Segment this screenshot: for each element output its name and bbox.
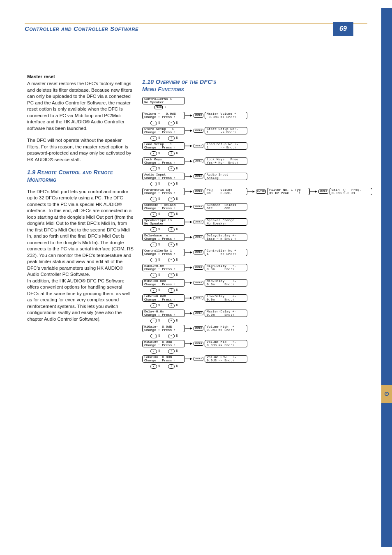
enter-button: ENTER [194, 159, 203, 163]
menu-node-left: HiDel=0.0m Change : Press ↿ [142, 264, 185, 271]
menu-node-left: Parametric EQ Change : Press ↿ [142, 188, 185, 195]
enter-button: ENTER [194, 205, 203, 209]
updown-icon: ⥮ [175, 258, 178, 261]
updown-icon: ⥮ [175, 273, 178, 277]
menu-node-left: Lock Keys Change : Press ↿ [142, 157, 185, 165]
menu-node-left: LoDel=0.0dB Change : Press ↿ [142, 294, 185, 302]
plus-button: + [168, 303, 175, 308]
section-heading-1-10: 1.10 Overview of the DFC's Menu Function… [142, 78, 228, 93]
plus-button: + [168, 288, 175, 293]
menu-row: Submode + Relais Change : Press ↿ ENTER … [142, 203, 372, 210]
menu-node-right: Store Setup No+- 1 -> End:↿ [205, 127, 247, 134]
plus-minus-nav: -⥮ +⥮ [142, 303, 372, 310]
minus-button: - [150, 243, 157, 247]
plus-button: + [168, 349, 175, 354]
plus-minus-nav: -⥮ +⥮ [142, 272, 372, 279]
svg-marker-33 [190, 327, 192, 329]
right-arrow-icon [185, 341, 192, 347]
enter-button: ENTER [194, 296, 203, 300]
menu-row: Delay=0.0m Change : Press ↿ ENTER Master… [142, 310, 372, 317]
svg-marker-37 [190, 358, 192, 360]
updown-icon: ⥮ [158, 151, 161, 155]
menu-node-right: Load Setup No +- 1 => End:↿ [205, 142, 247, 150]
enter-button: ENTER [194, 342, 203, 346]
menu-row: LoGain= 0.0dB Change : Press ↿ ENTER Vol… [142, 355, 372, 363]
right-arrow-icon [185, 265, 192, 271]
svg-marker-21 [190, 236, 192, 238]
right-arrow-icon [185, 189, 192, 194]
minus-button: - [150, 334, 157, 338]
enter-button: ENTER [194, 190, 203, 194]
updown-icon: ⥮ [175, 227, 178, 231]
plus-button: + [168, 243, 175, 247]
enter-button: ENTER [256, 190, 266, 194]
updown-icon: ⥮ [158, 182, 161, 185]
right-arrow-icon [185, 113, 192, 118]
right-arrow-icon [185, 128, 192, 134]
svg-marker-27 [190, 282, 192, 284]
updown-icon: ⥮ [175, 136, 178, 140]
plus-button: + [168, 319, 175, 323]
right-arrow-icon [185, 250, 192, 255]
right-arrow-icon [185, 234, 192, 240]
menu-row: Audio-Input Change : Press ↿ ENTER Audio… [142, 173, 372, 180]
menu-node-left: HiGain= 0.0dB Change : Press ↿ [142, 325, 185, 332]
menu-node-right: Master-Volume +- 0.0dB => End:↿ [205, 112, 247, 119]
updown-icon: ⥮ [158, 319, 161, 322]
right-column: 1.10 Overview of the DFC's Menu Function… [142, 74, 364, 98]
updown-icon: ⥮ [158, 258, 161, 261]
updown-icon: ⥮ [158, 166, 161, 170]
minus-button: - [150, 212, 157, 217]
menu-node-left: Submode + Relais Change : Press ↿ [142, 203, 185, 210]
menu-row: Delaybase m Change : Press ↿ ENTER Delay… [142, 234, 372, 241]
sidebar-strip [381, 8, 392, 547]
svg-marker-29 [190, 297, 192, 299]
plus-minus-nav: -⥮ +⥮ [142, 120, 372, 127]
menu-node-right: Volume Low +- 0.0dB => End:↿ [205, 355, 247, 363]
svg-marker-9 [190, 175, 192, 177]
svg-marker-7 [190, 160, 192, 162]
minus-button: - [150, 319, 157, 323]
updown-icon: ⥮ [158, 288, 161, 292]
minus-button: - [150, 182, 157, 186]
minus-button: - [150, 258, 157, 262]
menu-node-left: Speakertype is No Speaker [142, 218, 185, 226]
menu-node-left: Store Setup 1 Change : Press ↿ [142, 127, 185, 134]
menu-row: HiGain= 0.0dB Change : Press ↿ ENTER Vol… [142, 325, 372, 332]
menu-node-right: Submode Relais OFF OFF [205, 203, 247, 210]
plus-minus-nav: -⥮ +⥮ [142, 166, 372, 173]
menu-row: Speakertype is No Speaker ENTER Speaker … [142, 218, 372, 226]
right-arrow-icon [310, 189, 317, 194]
enter-button: ENTER [194, 113, 203, 118]
minus-button: - [150, 136, 157, 141]
updown-icon: ⥮ [175, 243, 178, 246]
enter-button: ENTER [194, 174, 203, 178]
menu-row: HiDel=0.0m Change : Press ↿ ENTER High-D… [142, 264, 372, 271]
minus-button: - [150, 273, 157, 278]
plus-minus-nav: -⥮ +⥮ [142, 135, 372, 142]
menu-row: Parametric EQ Change : Press ↿ ENTER PEQ… [142, 188, 372, 195]
plus-minus-nav: -⥮ +⥮ [142, 196, 372, 203]
menu-node-left: LoGain= 0.0dB Change : Press ↿ [142, 355, 185, 363]
paragraph: A master reset restores the DFC's factor… [27, 81, 135, 132]
menu-row: Load Setup 1 Change : Press ↿ ENTER Load… [142, 142, 372, 150]
updown-icon: ⥮ [158, 136, 161, 140]
updown-icon: ⥮ [175, 364, 178, 368]
menu-row: Lock Keys Change : Press ↿ ENTER Lock Ke… [142, 157, 372, 165]
updown-icon: ⥮ [158, 334, 161, 338]
plus-minus-nav: -⥮ +⥮ [142, 348, 372, 355]
plus-button: + [168, 258, 175, 262]
svg-marker-31 [190, 312, 192, 314]
plus-minus-nav: -⥮ +⥮ [142, 257, 372, 264]
right-arrow-icon [185, 158, 192, 164]
updown-icon: ⥮ [158, 212, 161, 216]
menu-node-right: Low-Delay +- 0.0m End:↿ [205, 294, 247, 302]
enter-button: ENTER [194, 266, 203, 270]
svg-marker-13 [253, 190, 255, 192]
plus-minus-nav: -⥮ +⥮ [142, 287, 372, 294]
svg-marker-17 [190, 206, 192, 208]
plus-button: + [168, 334, 175, 338]
plus-button: + [168, 166, 175, 171]
svg-marker-11 [190, 190, 192, 192]
down-arrow-icon: ↓ [164, 106, 166, 109]
